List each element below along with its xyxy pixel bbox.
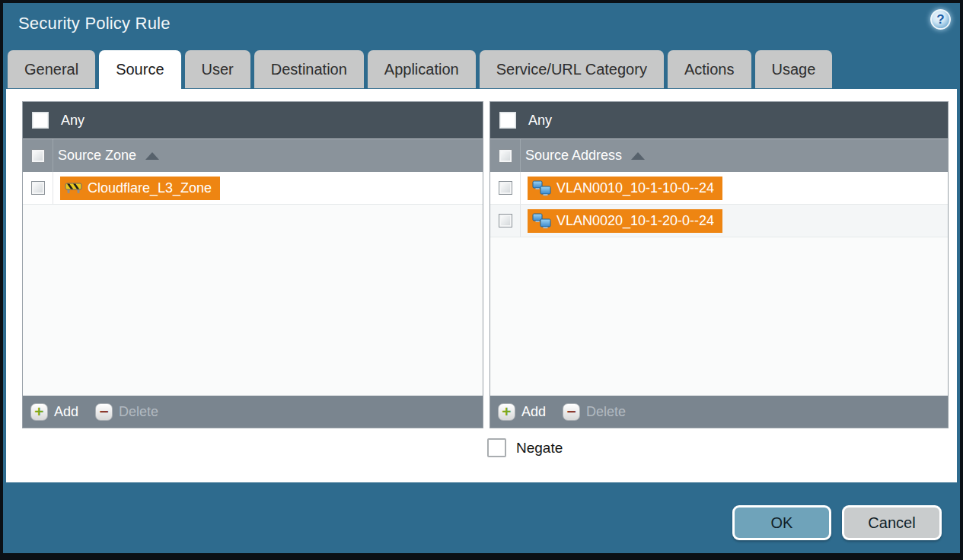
negate-row: Negate (487, 438, 563, 457)
add-button-label: Add (54, 404, 78, 420)
add-zone-button[interactable]: + Add (30, 403, 78, 421)
source-zone-rows: Cloudflare_L3_Zone (23, 172, 483, 396)
address-name: VLAN0020_10-1-20-0--24 (556, 213, 714, 229)
address-chip[interactable]: VLAN0020_10-1-20-0--24 (528, 209, 722, 233)
negate-checkbox[interactable] (487, 438, 506, 457)
sort-ascending-icon (631, 152, 645, 160)
tab-user[interactable]: User (185, 50, 250, 88)
source-zone-column-header[interactable]: Source Zone (23, 138, 483, 172)
address-chip[interactable]: VLAN0010_10-1-10-0--24 (528, 177, 722, 200)
help-icon[interactable]: ? (930, 9, 951, 30)
sort-ascending-icon (145, 152, 159, 160)
source-zone-any-header: Any (23, 102, 483, 138)
source-address-any-label: Any (528, 113, 552, 129)
source-address-any-checkbox[interactable] (499, 112, 516, 129)
row-checkbox-cell (490, 172, 521, 204)
delete-zone-button[interactable]: − Delete (95, 403, 158, 421)
source-zone-panel: Any Source Zone (22, 101, 483, 428)
source-address-column-header[interactable]: Source Address (490, 138, 948, 172)
add-button-label: Add (521, 404, 546, 420)
source-zone-any-checkbox[interactable] (32, 112, 49, 129)
ok-button[interactable]: OK (732, 505, 831, 540)
tab-usage[interactable]: Usage (755, 50, 833, 88)
source-zone-selectall-checkbox[interactable] (31, 149, 45, 163)
zone-icon (65, 182, 82, 194)
table-row[interactable]: Cloudflare_L3_Zone (23, 172, 483, 205)
row-checkbox-cell (23, 172, 53, 204)
tab-strip: General Source User Destination Applicat… (8, 50, 836, 92)
dialog-titlebar: Security Policy Rule ? (3, 3, 960, 47)
row-checkbox-cell (490, 205, 521, 237)
source-zone-any-label: Any (61, 113, 85, 129)
row-checkbox[interactable] (499, 214, 512, 228)
delete-button-label: Delete (586, 404, 626, 420)
source-address-any-header: Any (490, 102, 948, 138)
network-icon (532, 180, 551, 196)
row-checkbox[interactable] (31, 181, 45, 195)
source-tab-content: Any Source Zone (6, 89, 957, 482)
page-title: Security Policy Rule (18, 14, 171, 33)
source-address-rows: VLAN0010_10-1-10-0--24 VLAN (490, 172, 948, 396)
source-address-selectall-checkbox[interactable] (499, 149, 512, 163)
security-policy-rule-dialog: Security Policy Rule ? General Source Us… (0, 0, 963, 560)
source-zone-footer: + Add − Delete (23, 396, 483, 428)
tab-application[interactable]: Application (368, 50, 476, 88)
table-row[interactable]: VLAN0020_10-1-20-0--24 (490, 205, 948, 237)
negate-label: Negate (516, 440, 563, 457)
plus-icon: + (498, 403, 515, 421)
source-zone-selectall-cell (23, 139, 53, 172)
delete-address-button[interactable]: − Delete (563, 403, 626, 421)
tab-source[interactable]: Source (99, 50, 180, 92)
row-checkbox[interactable] (499, 181, 512, 195)
source-address-selectall-cell (490, 139, 521, 172)
source-zone-column-label: Source Zone (58, 148, 136, 164)
address-name: VLAN0010_10-1-10-0--24 (556, 180, 714, 196)
source-address-footer: + Add − Delete (490, 396, 948, 428)
add-address-button[interactable]: + Add (498, 403, 546, 421)
zone-name: Cloudflare_L3_Zone (88, 180, 212, 196)
minus-icon: − (95, 403, 113, 421)
source-address-column-label: Source Address (525, 148, 622, 164)
table-row[interactable]: VLAN0010_10-1-10-0--24 (490, 172, 948, 205)
tab-service-url-category[interactable]: Service/URL Category (480, 50, 664, 88)
tab-destination[interactable]: Destination (254, 50, 364, 88)
cancel-button[interactable]: Cancel (842, 505, 942, 540)
source-address-panel: Any Source Address (489, 101, 949, 428)
network-icon (532, 213, 551, 229)
tab-general[interactable]: General (8, 50, 95, 88)
plus-icon: + (30, 403, 48, 421)
zone-chip[interactable]: Cloudflare_L3_Zone (60, 177, 220, 200)
minus-icon: − (563, 403, 580, 421)
delete-button-label: Delete (119, 404, 158, 420)
tab-actions[interactable]: Actions (668, 50, 751, 88)
